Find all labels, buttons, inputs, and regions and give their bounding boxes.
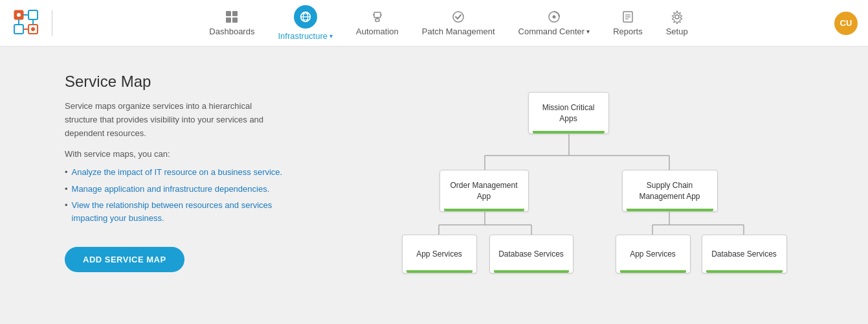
- node-label-order-mgmt: Order Management App: [450, 180, 517, 202]
- node-label-mission-critical: Mission Critical Apps: [542, 102, 595, 124]
- nav-item-setup[interactable]: Setup: [657, 6, 697, 40]
- node-label-db-services-2: Database Services: [711, 249, 777, 260]
- nav-label-patch: Patch Management: [422, 27, 495, 36]
- right-panel: Mission Critical Apps Order Management A…: [324, 73, 829, 280]
- svg-rect-13: [226, 17, 231, 23]
- node-supply-chain-app: Supply Chain Management App: [622, 170, 718, 212]
- nav-divider: [52, 10, 52, 36]
- command-icon: [547, 10, 561, 24]
- patch-icon: [451, 10, 465, 24]
- svg-rect-12: [232, 11, 238, 16]
- node-order-management-app: Order Management App: [440, 170, 529, 212]
- command-chevron: ▾: [586, 28, 590, 35]
- reports-icon: [621, 10, 635, 24]
- command-center-label-row: Command Center ▾: [518, 27, 590, 36]
- bullet-list: Analyze the impact of IT resource on a b…: [65, 164, 285, 226]
- node-label-app-services-2: App Services: [630, 249, 676, 260]
- node-database-services-2: Database Services: [702, 235, 787, 273]
- nav-label-infrastructure: Infrastructure: [278, 31, 328, 41]
- can-do-label: With service maps, you can:: [65, 149, 285, 159]
- node-mission-critical-apps: Mission Critical Apps: [528, 92, 609, 134]
- user-avatar[interactable]: CU: [834, 12, 858, 35]
- service-map-diagram: Mission Critical Apps Order Management A…: [389, 86, 764, 280]
- navbar: Dashboards Infrastructure ▾: [0, 0, 868, 47]
- node-database-services-1: Database Services: [489, 235, 573, 273]
- svg-rect-20: [374, 12, 381, 17]
- bullet-text-1: Analyze the impact of IT resource on a b…: [72, 166, 283, 179]
- infrastructure-label-row: Infrastructure ▾: [278, 31, 333, 41]
- svg-point-27: [552, 16, 555, 19]
- nav-item-command-center[interactable]: Command Center ▾: [509, 6, 599, 40]
- page-title: Service Map: [65, 73, 285, 91]
- bullet-item-2: Manage application and infrastructure de…: [65, 181, 285, 198]
- svg-point-6: [31, 27, 35, 31]
- nav-label-dashboards: Dashboards: [209, 27, 254, 36]
- nav-items: Dashboards Infrastructure ▾: [63, 1, 834, 45]
- avatar-initials: CU: [840, 18, 852, 28]
- svg-rect-21: [375, 19, 379, 21]
- nav-label-automation: Automation: [356, 27, 399, 36]
- infrastructure-icon: [294, 5, 317, 29]
- svg-point-32: [675, 15, 679, 19]
- nav-item-dashboards[interactable]: Dashboards: [200, 6, 263, 40]
- dashboards-icon: [225, 10, 239, 24]
- nav-item-automation[interactable]: Automation: [347, 6, 408, 40]
- svg-rect-14: [232, 17, 238, 23]
- node-label-db-services-1: Database Services: [498, 249, 564, 260]
- node-label-supply-chain: Supply Chain Management App: [639, 180, 700, 202]
- nav-item-reports[interactable]: Reports: [604, 6, 652, 40]
- bullet-item-1: Analyze the impact of IT resource on a b…: [65, 164, 285, 181]
- left-panel: Service Map Service maps organize servic…: [65, 73, 285, 280]
- setup-icon: [670, 10, 684, 24]
- nav-label-command: Command Center: [518, 27, 585, 36]
- svg-point-5: [17, 13, 21, 17]
- svg-point-25: [453, 12, 463, 22]
- app-logo[interactable]: [10, 6, 41, 40]
- svg-rect-11: [226, 11, 231, 16]
- bullet-text-3: View the relationship between resources …: [72, 199, 285, 224]
- bullet-item-3: View the relationship between resources …: [65, 197, 285, 226]
- infrastructure-chevron: ▾: [329, 32, 333, 40]
- add-service-map-button[interactable]: ADD SERVICE MAP: [65, 247, 184, 272]
- nav-item-patch-management[interactable]: Patch Management: [413, 6, 504, 40]
- nav-item-infrastructure[interactable]: Infrastructure ▾: [269, 1, 342, 45]
- page-description: Service maps organize services into a hi…: [65, 100, 285, 140]
- node-label-app-services-1: App Services: [416, 249, 462, 260]
- nav-label-setup: Setup: [666, 27, 688, 36]
- main-content: Service Map Service maps organize servic…: [0, 47, 868, 306]
- node-app-services-1: App Services: [402, 235, 477, 273]
- automation-icon: [370, 10, 384, 24]
- bullet-text-2: Manage application and infrastructure de…: [72, 183, 270, 196]
- nav-label-reports: Reports: [613, 27, 643, 36]
- node-app-services-2: App Services: [616, 235, 691, 273]
